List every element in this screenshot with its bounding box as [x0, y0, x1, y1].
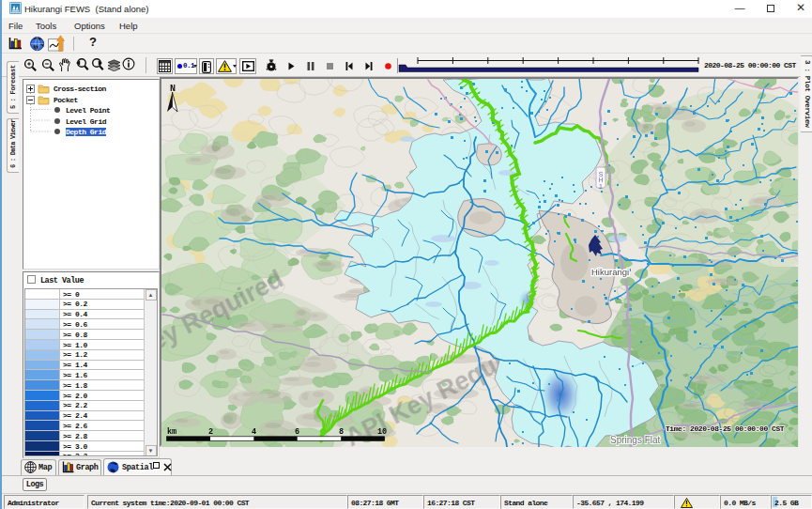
svg-text:SH1: SH1	[598, 171, 603, 190]
svg-text:Hikurangi: Hikurangi	[591, 267, 629, 277]
svg-text:6: 6	[295, 427, 299, 437]
svg-text:8: 8	[339, 427, 344, 437]
svg-text:Springs Flat: Springs Flat	[610, 435, 661, 445]
svg-text:4: 4	[252, 427, 256, 437]
svg-text:km: km	[167, 427, 176, 437]
svg-text:2: 2	[208, 427, 213, 437]
svg-text:10: 10	[377, 427, 387, 437]
svg-text:Time: 2020-08-25 00:00:00 CST: Time: 2020-08-25 00:00:00 CST	[666, 424, 785, 433]
svg-text:N: N	[170, 84, 176, 94]
